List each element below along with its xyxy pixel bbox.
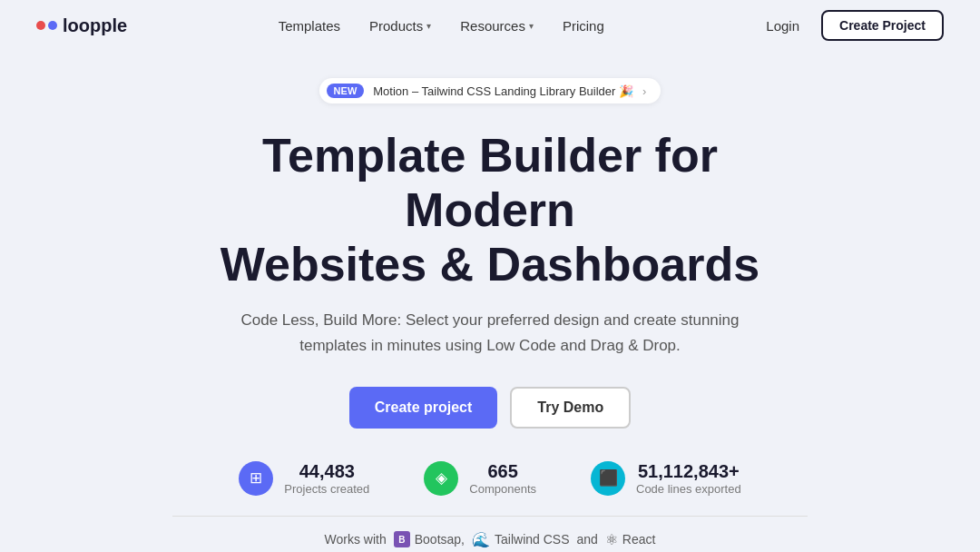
nav-link-pricing[interactable]: Pricing bbox=[552, 13, 615, 39]
stat-code-lines: ⬛ 51,112,843+ Code lines exported bbox=[591, 461, 741, 496]
works-with-label: Works with bbox=[325, 532, 387, 547]
logo-dot-red bbox=[36, 21, 45, 30]
stat-components-number: 665 bbox=[469, 461, 536, 482]
hero-subtitle: Code Less, Build More: Select your prefe… bbox=[236, 308, 744, 357]
code-icon: ⬛ bbox=[591, 461, 625, 496]
logo-dots bbox=[36, 21, 57, 30]
nav-link-templates[interactable]: Templates bbox=[268, 13, 351, 39]
create-project-button[interactable]: Create Project bbox=[821, 10, 944, 41]
logo-text: loopple bbox=[63, 15, 127, 36]
tech-react: ⚛ React bbox=[605, 531, 656, 548]
react-icon: ⚛ bbox=[605, 531, 618, 548]
tailwind-icon: 🌊 bbox=[472, 531, 490, 548]
hero-title: Template Builder for Modern Websites & D… bbox=[181, 129, 799, 291]
grid-icon: ⊞ bbox=[239, 461, 273, 496]
new-badge: NEW bbox=[327, 84, 365, 98]
nav-actions: Login Create Project bbox=[755, 10, 944, 41]
hero-buttons: Create project Try Demo bbox=[349, 387, 632, 429]
chevron-down-icon: ▾ bbox=[529, 21, 534, 31]
nav-links: Templates Products ▾ Resources ▾ Pricing bbox=[268, 13, 615, 39]
works-with-section: Works with B Bootsap, 🌊 Tailwind CSS and… bbox=[325, 531, 656, 548]
tech-bootstrap: B Bootsap, bbox=[394, 531, 465, 547]
stats-section: ⊞ 44,483 Projects created ◈ 665 Componen… bbox=[239, 461, 740, 496]
login-button[interactable]: Login bbox=[755, 13, 810, 39]
nav-link-resources[interactable]: Resources ▾ bbox=[449, 13, 544, 39]
announcement-text: Motion – Tailwind CSS Landing Library Bu… bbox=[373, 84, 633, 98]
divider bbox=[172, 516, 808, 517]
stat-projects-number: 44,483 bbox=[284, 461, 369, 482]
logo-dot-blue bbox=[48, 21, 57, 30]
hero-section: NEW Motion – Tailwind CSS Landing Librar… bbox=[0, 51, 980, 552]
try-demo-button[interactable]: Try Demo bbox=[510, 387, 631, 429]
stat-projects-label: Projects created bbox=[284, 482, 369, 496]
create-project-cta-button[interactable]: Create project bbox=[349, 387, 498, 429]
component-icon: ◈ bbox=[424, 461, 458, 496]
navigation: loopple Templates Products ▾ Resources ▾… bbox=[0, 0, 980, 51]
nav-link-products[interactable]: Products ▾ bbox=[358, 13, 442, 39]
chevron-down-icon: ▾ bbox=[426, 21, 431, 31]
logo[interactable]: loopple bbox=[36, 15, 127, 36]
announcement-banner[interactable]: NEW Motion – Tailwind CSS Landing Librar… bbox=[319, 78, 662, 104]
stat-components: ◈ 665 Components bbox=[424, 461, 536, 496]
arrow-right-icon: › bbox=[642, 84, 646, 98]
stat-codelines-label: Code lines exported bbox=[636, 482, 741, 496]
stat-codelines-number: 51,112,843+ bbox=[636, 461, 741, 482]
tech-tailwind: 🌊 Tailwind CSS bbox=[472, 531, 569, 548]
stat-projects: ⊞ 44,483 Projects created bbox=[239, 461, 369, 496]
stat-components-label: Components bbox=[469, 482, 536, 496]
bootstrap-icon: B bbox=[394, 531, 410, 547]
